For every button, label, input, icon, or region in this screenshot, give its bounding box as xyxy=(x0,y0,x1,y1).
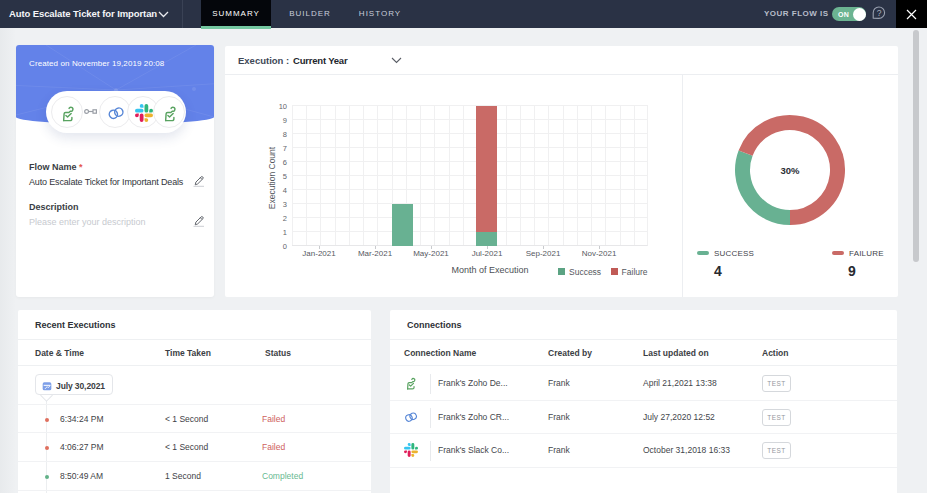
svg-text:?: ? xyxy=(877,8,882,18)
svg-text:30%: 30% xyxy=(780,165,800,176)
